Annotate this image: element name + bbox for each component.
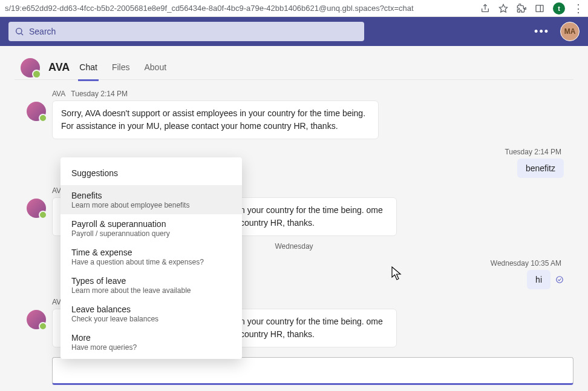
browser-address-bar: s/19:e652dd92-dd63-4fcc-b5b2-2005681e8e9…	[0, 0, 588, 17]
bot-avatar-icon	[27, 310, 46, 329]
extensions-icon[interactable]	[517, 4, 526, 13]
user-message-time: Tuesday 2:14 PM	[21, 148, 561, 156]
browser-profile-avatar[interactable]: t	[553, 2, 565, 15]
suggestion-item-time-expense[interactable]: Time & expense Have a question about tim…	[60, 243, 242, 271]
sender-name: AV	[52, 186, 61, 195]
svg-rect-1	[536, 5, 543, 12]
suggestion-item-more[interactable]: More Have more queries?	[60, 328, 242, 356]
suggestion-item-types-leave[interactable]: Types of leave Learn more about the leav…	[60, 271, 242, 300]
user-avatar[interactable]: MA	[560, 22, 580, 41]
suggestion-title: Payroll & superannuation	[71, 219, 231, 229]
suggestion-item-leave-balances[interactable]: Leave balances Check your leave balances	[60, 300, 242, 328]
svg-line-4	[21, 33, 23, 35]
suggestion-desc: Learn more about employee benefits	[71, 201, 231, 209]
teams-top-bar: ••• MA	[0, 17, 588, 46]
suggestion-title: More	[71, 333, 231, 343]
tab-files[interactable]: Files	[111, 54, 131, 81]
suggestion-desc: Have a question about time & expenses?	[71, 258, 231, 266]
bot-avatar-icon	[27, 102, 46, 121]
search-input[interactable]	[8, 22, 364, 41]
bot-avatar[interactable]	[21, 58, 40, 77]
bot-avatar-icon	[27, 199, 46, 218]
svg-point-3	[16, 28, 22, 34]
sender-name: AV	[52, 298, 61, 306]
svg-marker-0	[499, 4, 507, 12]
suggestion-title: Time & expense	[71, 248, 231, 257]
tab-chat[interactable]: Chat	[78, 54, 99, 81]
sender-name: AVA	[52, 90, 65, 98]
suggestion-desc: Check your leave balances	[71, 315, 231, 323]
suggestions-popup: Suggestions Benefits Learn more about em…	[60, 157, 242, 359]
bot-message-row: Sorry, AVA doesn't support or assist emp…	[27, 100, 567, 139]
suggestion-item-benefits[interactable]: Benefits Learn more about employee benef…	[60, 186, 242, 214]
tabs: Chat Files About	[78, 54, 168, 81]
message-time: Tuesday 2:14 PM	[71, 90, 128, 98]
search-icon	[15, 27, 24, 36]
bot-name: AVA	[48, 61, 70, 74]
chat-header: AVA Chat Files About	[15, 46, 573, 80]
user-message-bubble[interactable]: benefitz	[517, 159, 564, 178]
mouse-cursor-icon	[391, 266, 402, 281]
compose-box[interactable]	[52, 357, 573, 385]
suggestion-title: Benefits	[71, 191, 231, 200]
message-meta: AVA Tuesday 2:14 PM	[52, 90, 567, 98]
more-options-icon[interactable]: •••	[534, 25, 549, 38]
tab-about[interactable]: About	[143, 54, 168, 81]
suggestion-desc: Learn more about the leave available	[71, 286, 231, 295]
suggestion-title: Leave balances	[71, 304, 231, 314]
panel-icon[interactable]	[535, 4, 544, 13]
suggestion-title: Types of leave	[71, 276, 231, 286]
suggestions-title: Suggestions	[60, 162, 242, 186]
share-icon[interactable]	[480, 4, 490, 13]
suggestion-desc: Payroll / superannuation query	[71, 229, 231, 238]
suggestion-item-payroll[interactable]: Payroll & superannuation Payroll / super…	[60, 214, 242, 243]
bot-message-bubble[interactable]: Sorry, AVA doesn't support or assist emp…	[52, 100, 379, 139]
bookmark-star-icon[interactable]	[498, 4, 508, 13]
url-text[interactable]: s/19:e652dd92-dd63-4fcc-b5b2-2005681e8e9…	[5, 4, 480, 13]
browser-menu-icon[interactable]: ⋮	[573, 4, 583, 13]
user-message-bubble[interactable]: hi	[527, 270, 550, 289]
svg-point-5	[557, 277, 563, 283]
read-receipt-icon	[555, 275, 564, 284]
suggestion-desc: Have more queries?	[71, 343, 231, 352]
